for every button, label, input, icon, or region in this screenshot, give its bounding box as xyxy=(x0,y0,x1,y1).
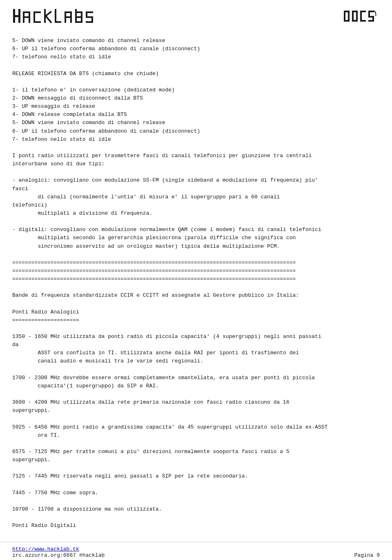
text-line: 6- UP il telefono conferma abbandono di … xyxy=(12,127,380,136)
text-line: ========================================… xyxy=(12,275,380,283)
text-line: ASST ora confluita in TI. Utilizzata anc… xyxy=(12,349,380,357)
svg-rect-44 xyxy=(368,20,374,22)
text-line: ===================== xyxy=(12,316,380,324)
hacklab-link[interactable]: http://www.hacklab.tk xyxy=(12,546,79,552)
text-line xyxy=(12,251,380,259)
text-line: 5- DOWN viene inviato comando di channel… xyxy=(12,37,380,45)
text-line: 6575 - 7125 MHz per tratte comuni a piu'… xyxy=(12,448,380,456)
docs-logo xyxy=(343,9,380,23)
svg-rect-23 xyxy=(75,16,82,18)
main-content: 5- DOWN viene inviato comando di channel… xyxy=(0,29,392,560)
text-line: multiplati secondo la gererarchia plesio… xyxy=(12,234,380,242)
text-line: Ponti Radio Analogici xyxy=(12,308,380,316)
svg-rect-18 xyxy=(65,16,72,18)
text-line xyxy=(12,415,380,423)
page-footer: http://www.hacklab.tk irc.azzurra.org:66… xyxy=(0,542,392,560)
text-line: Bande di frequenza standardizzate CCIR e… xyxy=(12,291,380,300)
text-line xyxy=(12,464,380,472)
svg-rect-10 xyxy=(44,9,46,23)
svg-rect-13 xyxy=(55,9,56,23)
svg-rect-38 xyxy=(360,11,362,22)
svg-rect-8 xyxy=(33,11,35,23)
svg-rect-41 xyxy=(368,11,370,16)
svg-line-12 xyxy=(46,16,51,23)
text-line: 7445 - 7750 MHz come sopra. xyxy=(12,489,380,497)
text-line: RELEASE RICHIESTA DA BTS (chiamato che c… xyxy=(12,70,380,78)
text-line: 7125 - 7445 MHz riservata negli anni pas… xyxy=(12,472,380,480)
text-line: da xyxy=(12,341,380,349)
text-line: Ponti Radio Digitali xyxy=(12,522,380,530)
text-line xyxy=(12,481,380,489)
text-line xyxy=(12,283,380,291)
text-line: ========================================… xyxy=(12,259,380,267)
text-line xyxy=(12,218,380,226)
text-line xyxy=(12,440,380,448)
text-line: capacita'(1 supergruppo) da SIP e RAI. xyxy=(12,382,380,390)
text-line xyxy=(12,78,380,86)
text-line: 5925 - 6450 MHz ponti radio a grandissim… xyxy=(12,423,380,431)
svg-rect-35 xyxy=(356,11,358,22)
text-line xyxy=(12,168,380,176)
page-number: Pagina 9 xyxy=(354,552,380,558)
text-line: 4- DOWN release completata dalla BTS xyxy=(12,111,380,119)
svg-rect-14 xyxy=(55,21,61,23)
text-line xyxy=(12,366,380,374)
svg-rect-39 xyxy=(360,20,366,22)
svg-rect-27 xyxy=(91,16,93,21)
text-line xyxy=(12,144,380,152)
text-line: supergruppi. xyxy=(12,456,380,464)
text-line: 1- il telefono e' in conversazione (dedi… xyxy=(12,86,380,94)
text-line: 3- UP messaggio di release xyxy=(12,102,380,111)
text-line: canali audio e musicali tra le varie sed… xyxy=(12,357,380,365)
svg-rect-25 xyxy=(86,11,87,17)
text-line: - analogici: convogliano con modulazione… xyxy=(12,176,380,184)
text-line xyxy=(12,390,380,398)
svg-rect-22 xyxy=(75,21,82,23)
text-line xyxy=(12,513,380,522)
page-header xyxy=(0,0,392,29)
text-line: - digitali: convogliano con modulazione … xyxy=(12,226,380,234)
text-line: 6- UP il telefono conferma abbandono di … xyxy=(12,45,380,53)
svg-rect-2 xyxy=(18,9,20,23)
svg-rect-19 xyxy=(75,9,77,23)
svg-rect-31 xyxy=(348,11,350,22)
text-line: multiplati a divisione di frequenza. xyxy=(12,209,380,218)
text-line: supergruppi. xyxy=(12,407,380,415)
svg-rect-43 xyxy=(372,16,374,20)
text-line xyxy=(12,497,380,505)
text-line: interurbane sono di due tipi: xyxy=(12,160,380,168)
text-line xyxy=(12,61,380,69)
website-link[interactable]: http://www.hacklab.tk xyxy=(12,546,105,552)
text-line: 10700 - 11700 a disposizione ma non util… xyxy=(12,505,380,513)
text-line: 1700 - 2300 MHz dovrebbe essere ormai co… xyxy=(12,374,380,382)
svg-rect-9 xyxy=(33,21,41,23)
text-line: fasci xyxy=(12,185,380,193)
hacklab-logo xyxy=(12,7,98,24)
svg-rect-34 xyxy=(352,11,354,22)
text-line: 5- DOWN viene inviato comando di channel… xyxy=(12,119,380,127)
text-line: di canali (normalmente l'untia' di misur… xyxy=(12,193,380,201)
document-text: 5- DOWN viene inviato comando di channel… xyxy=(12,37,380,530)
text-line: 3600 - 4200 MHz utilizzata dalla rete pr… xyxy=(12,398,380,407)
footer-left: http://www.hacklab.tk irc.azzurra.org:66… xyxy=(12,546,105,558)
svg-rect-28 xyxy=(86,21,93,23)
text-line: I ponti radio utilizzati per trasmettere… xyxy=(12,152,380,160)
svg-rect-32 xyxy=(344,20,350,22)
text-line: sincronismo asservito ad un orologio mas… xyxy=(12,242,380,251)
text-line: 2- DOWN messaggio di disconnect dalla BT… xyxy=(12,94,380,102)
irc-info: irc.azzurra.org:6667 #hacklab xyxy=(12,552,105,558)
text-line: telefonici) xyxy=(12,201,380,209)
text-line: 7- telefono nello stato di idle xyxy=(12,136,380,144)
text-line xyxy=(12,300,380,308)
svg-rect-36 xyxy=(352,20,358,22)
svg-rect-6 xyxy=(23,16,30,18)
text-line xyxy=(12,324,380,333)
text-line: ora TI. xyxy=(12,431,380,440)
text-line: 7- telefono nello stato di idle xyxy=(12,53,380,61)
text-line: 1350 - 1650 MHz utilizzata da ponti radi… xyxy=(12,333,380,341)
svg-rect-29 xyxy=(344,11,345,22)
text-line: ========================================… xyxy=(12,267,380,275)
svg-line-11 xyxy=(46,11,51,16)
